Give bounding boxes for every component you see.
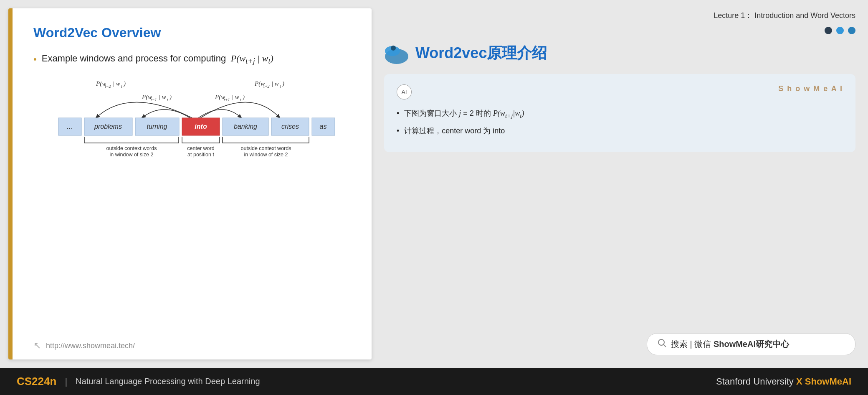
svg-text:banking: banking — [234, 123, 257, 130]
diagram-svg: P(w t−2 | w t ) P(w t−1 | w t ) P(w t+1 … — [42, 78, 342, 170]
svg-text:into: into — [195, 123, 207, 130]
svg-text:in window of size 2: in window of size 2 — [244, 152, 288, 158]
svg-line-44 — [663, 344, 666, 347]
slide-title: Word2Vec Overview — [33, 25, 351, 41]
lecture-header: Lecture 1： Introduction and Word Vectors — [380, 4, 860, 27]
info-bullet-1: • 下图为窗口大小 j = 2 时的 P(wt+j|wt) — [397, 108, 843, 120]
svg-text:t: t — [280, 84, 281, 89]
svg-text:| w: | w — [271, 80, 279, 87]
svg-text:t+2: t+2 — [263, 84, 270, 89]
svg-text:outside context words: outside context words — [241, 145, 291, 151]
svg-text:t−2: t−2 — [105, 84, 111, 89]
info-bullet-2: • 计算过程，center word 为 into — [397, 125, 843, 137]
bottom-bar: CS224n | Natural Language Processing wit… — [0, 368, 868, 395]
info-card: AI S h o w M e A I • 下图为窗口大小 j = 2 时的 P(… — [384, 74, 855, 152]
title-row: Word2vec原理介绍 — [384, 41, 855, 66]
math-formula: P(wt+j | wt) — [228, 53, 273, 64]
svg-text:| w: | w — [113, 80, 120, 87]
svg-text:t+1: t+1 — [224, 97, 230, 102]
search-text: 搜索 | 微信 ShowMeAI研究中心 — [671, 339, 789, 350]
right-content: Word2vec原理介绍 AI S h o w M e A I • 下图为窗口大… — [380, 27, 860, 364]
nav-dot-3[interactable] — [848, 27, 855, 34]
bottom-divider: | — [65, 376, 67, 387]
svg-text:as: as — [320, 123, 327, 130]
bullet-dot-1: • — [397, 108, 399, 119]
search-brand: ShowMeAI研究中心 — [714, 339, 789, 349]
svg-text:in window of size 2: in window of size 2 — [110, 152, 154, 158]
nav-dots-row — [384, 27, 855, 34]
university-name: Stanford University — [716, 376, 794, 387]
svg-text:problems: problems — [94, 123, 122, 130]
svg-text:outside context words: outside context words — [106, 145, 157, 151]
bottom-left: CS224n | Natural Language Processing wit… — [17, 375, 260, 388]
bullet-dot-2: • — [397, 125, 399, 137]
bullet-text: Example windows and process for computin… — [42, 53, 273, 66]
showmeai-brand-bottom: X ShowMeAI — [796, 376, 851, 387]
svg-text:t: t — [240, 97, 241, 102]
w2v-logo-icon — [384, 41, 409, 66]
svg-text:): ) — [282, 80, 284, 87]
slide-footer: ↖ http://www.showmeai.tech/ — [13, 332, 372, 359]
slide-bullet: • Example windows and process for comput… — [33, 53, 351, 66]
right-panel: Lecture 1： Introduction and Word Vectors… — [380, 0, 868, 368]
bottom-description: Natural Language Processing with Deep Le… — [76, 377, 260, 386]
bullet-2-text: 计算过程，center word 为 into — [404, 125, 505, 137]
svg-text:t: t — [167, 97, 168, 102]
nav-dot-2[interactable] — [836, 27, 844, 34]
svg-point-43 — [658, 339, 664, 345]
course-label: CS224n — [17, 375, 56, 388]
search-bar[interactable]: 搜索 | 微信 ShowMeAI研究中心 — [647, 333, 855, 355]
diagram-container: P(w t−2 | w t ) P(w t−1 | w t ) P(w t+1 … — [42, 78, 342, 172]
bullet-1-text: 下图为窗口大小 j = 2 时的 P(wt+j|wt) — [404, 108, 524, 120]
svg-point-42 — [391, 46, 396, 51]
svg-text:): ) — [123, 80, 126, 87]
svg-text:center word: center word — [187, 145, 214, 151]
svg-text:| w: | w — [232, 94, 239, 100]
svg-text:crises: crises — [281, 123, 299, 130]
bullet-dot: • — [33, 54, 37, 65]
bottom-right: Stanford University X ShowMeAI — [716, 376, 851, 387]
right-panel-title: Word2vec原理介绍 — [415, 43, 547, 64]
nav-dot-1[interactable] — [825, 27, 832, 34]
footer-url: http://www.showmeai.tech/ — [46, 341, 135, 350]
svg-text:t: t — [121, 84, 122, 89]
showmeai-label: S h o w M e A I — [778, 84, 843, 93]
svg-text:t−1: t−1 — [151, 97, 157, 102]
slide-panel: Word2Vec Overview • Example windows and … — [8, 8, 372, 359]
ai-badge-icon: AI — [397, 84, 412, 99]
svg-text:): ) — [169, 94, 172, 101]
svg-text:): ) — [242, 94, 245, 101]
svg-text:at position t: at position t — [187, 152, 214, 158]
search-icon — [658, 339, 667, 350]
svg-text:turning: turning — [147, 123, 167, 130]
svg-text:...: ... — [67, 123, 72, 130]
svg-text:| w: | w — [159, 94, 166, 100]
cursor-icon: ↖ — [33, 340, 41, 351]
